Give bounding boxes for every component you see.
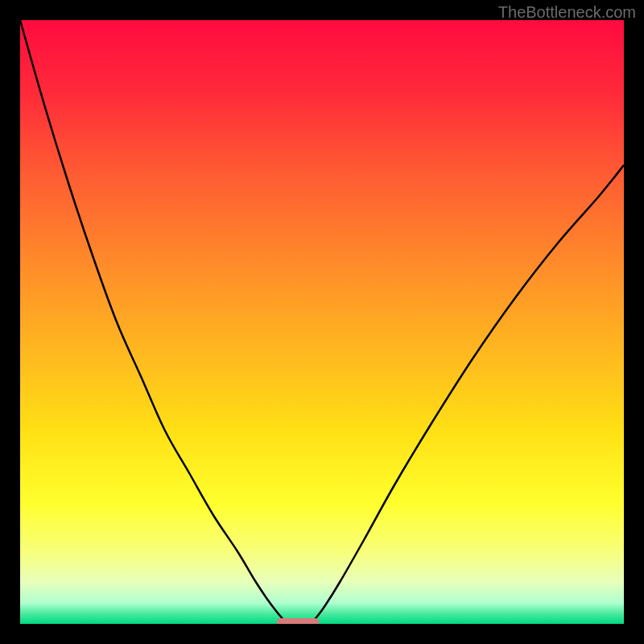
- plot-svg: [20, 20, 624, 624]
- chart-container: TheBottleneck.com: [0, 0, 644, 644]
- gradient-background: [20, 20, 624, 624]
- watermark-text: TheBottleneck.com: [498, 3, 636, 22]
- baseline-marker: [277, 618, 320, 624]
